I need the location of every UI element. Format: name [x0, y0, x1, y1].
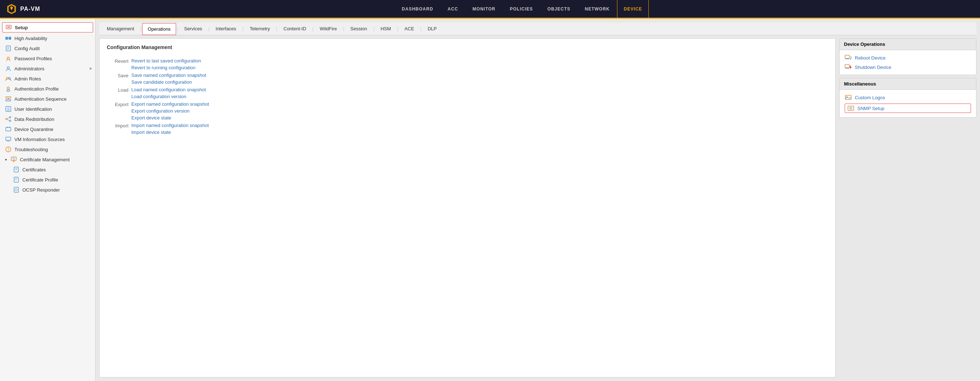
sidebar-item-user-id[interactable]: User Identification [0, 104, 95, 114]
tab-ace[interactable]: ACE [399, 23, 420, 35]
sidebar-label-roles: Admin Roles [14, 76, 41, 81]
tab-sep-4: | [242, 26, 244, 32]
link-load-version[interactable]: Load configuration version [131, 94, 206, 99]
svg-rect-5 [5, 37, 8, 40]
sidebar-label-vm-info: VM Information Sources [14, 137, 65, 142]
snmp-setup-label: SNMP Setup [858, 106, 885, 111]
link-import-named[interactable]: Import named configuration snapshot [131, 123, 209, 128]
nav-dashboard[interactable]: DASHBOARD [395, 0, 441, 18]
link-export-state[interactable]: Export device state [131, 115, 209, 121]
data-icon [5, 116, 11, 122]
device-operations-header: Device Operations [840, 39, 976, 50]
sidebar-item-device-quarantine[interactable]: Device Quarantine [0, 124, 95, 134]
collapse-arrow-icon: ▾ [5, 158, 7, 162]
tab-wildfire[interactable]: WildFire [314, 23, 342, 35]
tab-telemetry[interactable]: Telemetry [244, 23, 275, 35]
certprofile-icon [13, 176, 19, 183]
link-revert-last-saved[interactable]: Revert to last saved configuration [131, 58, 201, 64]
sidebar-item-administrators[interactable]: Administrators [0, 64, 95, 74]
svg-point-12 [7, 57, 10, 59]
miscellaneous-section: Miscellaneous Custom Logos S [839, 78, 977, 117]
svg-rect-50 [845, 59, 849, 59]
svg-rect-18 [6, 97, 11, 98]
config-links-import: Import named configuration snapshot Impo… [131, 123, 209, 135]
config-label-export: Export [107, 102, 129, 107]
config-management-panel: Configuration Management Revert Revert t… [99, 38, 836, 378]
config-row-export: Export Export named configuration snapsh… [107, 102, 828, 121]
device-operations-section: Device Operations Reboot Device [839, 38, 977, 75]
svg-point-13 [7, 67, 10, 69]
nav-acc[interactable]: ACC [441, 0, 466, 18]
sidebar-item-cert-mgmt[interactable]: ▾ Certificate Management [0, 154, 95, 165]
password-icon [5, 55, 11, 62]
nav-objects[interactable]: OBJECTS [540, 0, 578, 18]
content-area: Management | Operations | Services | Int… [95, 19, 980, 381]
trouble-icon [5, 146, 11, 152]
quarantine-icon [5, 126, 11, 132]
sidebar-item-troubleshooting[interactable]: Troubleshooting [0, 144, 95, 154]
tab-interfaces[interactable]: Interfaces [210, 23, 242, 35]
sidebar-item-certificates[interactable]: Certificates [0, 165, 95, 175]
tab-session[interactable]: Session [345, 23, 372, 35]
tab-sep-9: | [396, 26, 399, 32]
sidebar-item-auth-sequence[interactable]: Authentication Sequence [0, 94, 95, 104]
link-save-candidate[interactable]: Save candidate configuration [131, 79, 206, 85]
sidebar-item-password-profiles[interactable]: Password Profiles [0, 53, 95, 64]
config-links-save: Save named configuration snapshot Save c… [131, 73, 206, 85]
custom-logos-label: Custom Logos [855, 95, 885, 100]
sidebar-item-vm-info[interactable]: VM Information Sources [0, 134, 95, 144]
nav-device[interactable]: DEVICE [617, 0, 649, 18]
tab-content-id[interactable]: Content-ID [278, 23, 312, 35]
sidebar-label-cert-mgmt: Certificate Management [20, 157, 70, 162]
cert-icon [11, 156, 17, 163]
nav-policies[interactable]: POLICIES [503, 0, 540, 18]
svg-rect-17 [7, 90, 10, 91]
custom-logos-item[interactable]: Custom Logos [845, 94, 971, 101]
config-row-import: Import Import named configuration snapsh… [107, 123, 828, 135]
svg-point-15 [9, 78, 11, 79]
link-export-version[interactable]: Export configuration version [131, 108, 209, 114]
audit-icon [5, 45, 11, 52]
tab-services[interactable]: Services [178, 23, 207, 35]
link-revert-running[interactable]: Revert to running configuration [131, 65, 201, 70]
certitem-icon [13, 166, 19, 173]
logo-area: PA-VM [6, 3, 49, 15]
main-layout: Setup High Availability Config Audit Pas… [0, 19, 980, 381]
tab-hsm[interactable]: HSM [375, 23, 396, 35]
palo-alto-logo-icon [6, 3, 18, 15]
sidebar-item-high-availability[interactable]: High Availability [0, 33, 95, 43]
nav-monitor[interactable]: MONITOR [466, 0, 503, 18]
tab-management[interactable]: Management [102, 23, 140, 35]
sidebar-item-auth-profile[interactable]: Authentication Profile [0, 84, 95, 94]
svg-point-24 [6, 118, 7, 120]
sidebar-item-cert-profile[interactable]: Certificate Profile [0, 175, 95, 185]
tab-sep-3: | [207, 26, 210, 32]
svg-line-28 [7, 119, 10, 121]
miscellaneous-header: Miscellaneous [840, 78, 976, 90]
sidebar-label-auth-profile: Authentication Profile [14, 86, 59, 92]
link-load-named[interactable]: Load named configuration snapshot [131, 87, 206, 92]
sidebar-label-auth-seq: Authentication Sequence [14, 96, 67, 102]
auth-seq-icon [5, 95, 11, 102]
snmp-setup-item[interactable]: SNMP Setup [845, 103, 971, 113]
svg-rect-51 [845, 65, 850, 68]
shutdown-icon [845, 64, 852, 70]
link-save-named[interactable]: Save named configuration snapshot [131, 73, 206, 78]
sidebar-item-ocsp[interactable]: OCSP Responder [0, 185, 95, 195]
sidebar-item-setup[interactable]: Setup [2, 22, 93, 32]
reboot-device-item[interactable]: Reboot Device [845, 54, 971, 61]
sidebar-item-config-audit[interactable]: Config Audit [0, 43, 95, 53]
sidebar: Setup High Availability Config Audit Pas… [0, 19, 95, 381]
link-export-named[interactable]: Export named configuration snapshot [131, 102, 209, 107]
svg-point-25 [10, 116, 11, 118]
sidebar-label-password: Password Profiles [14, 56, 52, 61]
tab-operations[interactable]: Operations [142, 23, 176, 35]
nav-network[interactable]: NETWORK [578, 0, 617, 18]
shutdown-device-item[interactable]: Shutdown Device [845, 64, 971, 70]
link-import-state[interactable]: Import device state [131, 130, 209, 135]
sidebar-item-admin-roles[interactable]: Admin Roles [0, 74, 95, 84]
config-links-load: Load named configuration snapshot Load c… [131, 87, 206, 99]
shutdown-label: Shutdown Device [855, 65, 891, 70]
tab-dlp[interactable]: DLP [422, 23, 442, 35]
sidebar-item-data-redist[interactable]: Data Redistribution [0, 114, 95, 124]
